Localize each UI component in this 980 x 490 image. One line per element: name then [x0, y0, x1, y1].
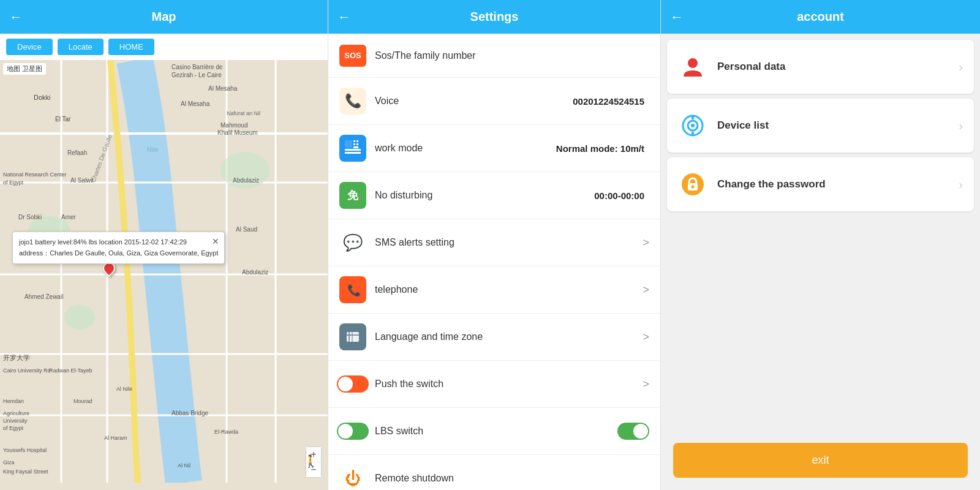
exit-button[interactable]: exit [673, 443, 968, 478]
svg-text:University: University [3, 418, 28, 424]
voice-label: Voice [375, 96, 573, 107]
svg-rect-55 [356, 140, 358, 142]
settings-item-nodisturb[interactable]: 免 No disturbing 00:00-00:00 [328, 172, 660, 219]
svg-text:Al Nile: Al Nile [116, 386, 132, 392]
account-title: account [797, 10, 844, 24]
settings-item-sos[interactable]: SOS Sos/The family number [328, 34, 660, 78]
device-list-icon [678, 111, 707, 140]
svg-text:Al Saud: Al Saud [236, 226, 257, 233]
svg-text:Giza: Giza [3, 459, 15, 466]
settings-item-telephone[interactable]: 📞 telephone > [328, 266, 660, 314]
svg-text:Youssefs Hospital: Youssefs Hospital [3, 447, 47, 453]
svg-text:Nafurat an Nil: Nafurat an Nil [227, 110, 260, 116]
svg-text:Dokki: Dokki [34, 94, 51, 101]
settings-header: ← Settings [328, 0, 660, 34]
settings-item-voice[interactable]: 📞 Voice 00201224524515 [328, 78, 660, 125]
device-list-label: Device list [717, 119, 959, 132]
workmode-label: work mode [375, 143, 556, 154]
home-button[interactable]: HOME [108, 39, 154, 55]
pushswitch-label: Push the switch [375, 379, 643, 390]
account-back-button[interactable]: ← [670, 9, 684, 25]
voice-value: 00201224524515 [573, 96, 644, 107]
svg-rect-53 [345, 140, 352, 148]
map-toolbar: Device Locate HOME [0, 34, 328, 60]
lbs-toggle-left[interactable] [339, 418, 366, 445]
change-password-label: Change the password [717, 178, 959, 190]
settings-item-pushswitch[interactable]: Push the switch > [328, 361, 660, 408]
nodisturb-icon: 免 [339, 182, 366, 209]
device-button[interactable]: Device [6, 39, 53, 55]
telephone-label: telephone [375, 284, 643, 295]
nodisturb-value: 00:00-00:00 [594, 190, 644, 201]
settings-item-language[interactable]: Language and time zone > [328, 314, 660, 361]
account-item-personal[interactable]: Personal data › [667, 40, 974, 94]
telephone-icon: 📞 [339, 276, 366, 303]
locate-button[interactable]: Locate [58, 39, 104, 55]
sms-icon: 💬 [339, 229, 366, 256]
svg-text:Nile: Nile [147, 146, 159, 153]
workmode-icon [339, 135, 366, 162]
settings-item-shutdown[interactable]: ⏻ Remote shutdown [328, 455, 660, 490]
settings-item-sms[interactable]: 💬 SMS alerts setting > [328, 219, 660, 266]
svg-rect-60 [345, 152, 361, 154]
account-item-changepass[interactable]: Change the password › [667, 157, 974, 211]
svg-point-71 [691, 124, 695, 127]
svg-text:Khalil Museum: Khalil Museum [217, 129, 258, 136]
svg-point-68 [688, 58, 698, 68]
svg-text:开罗大学: 开罗大学 [3, 354, 30, 361]
map-lang-switch[interactable]: 地图 卫星图 [3, 63, 46, 75]
personal-data-icon [678, 52, 707, 81]
map-header: ← Map [0, 0, 328, 34]
language-label: Language and time zone [375, 331, 643, 342]
svg-text:📞: 📞 [347, 284, 361, 297]
map-info-popup: ✕ jojo1 battery level:84% lbs location 2… [12, 232, 225, 264]
svg-text:King Faysal Street: King Faysal Street [3, 469, 48, 475]
telephone-arrow: > [643, 284, 649, 296]
settings-item-workmode[interactable]: work mode Normal mode: 10m/t [328, 125, 660, 172]
lbs-label: LBS switch [375, 426, 617, 437]
account-panel: ← account Personal data › [660, 0, 980, 490]
svg-text:El Tar: El Tar [55, 116, 71, 123]
settings-back-button[interactable]: ← [337, 9, 351, 25]
svg-text:Refaah: Refaah [67, 149, 87, 156]
map-svg: Casino Barrière de Gezirah - Le Caire Do… [0, 60, 328, 483]
svg-text:Cairo University Rd: Cairo University Rd [3, 368, 51, 374]
shutdown-icon: ⏻ [339, 465, 366, 490]
svg-text:of Egypt: of Egypt [3, 179, 24, 186]
svg-text:Hemdan: Hemdan [3, 398, 24, 404]
svg-text:Radwan El-Tayeb: Radwan El-Tayeb [49, 368, 92, 374]
sms-label: SMS alerts setting [375, 237, 643, 248]
svg-point-11 [64, 305, 95, 330]
pushswitch-arrow: > [643, 378, 649, 391]
account-item-devicelist[interactable]: Device list › [667, 99, 974, 153]
voice-icon: 📞 [339, 88, 366, 115]
map-back-button[interactable]: ← [9, 9, 23, 25]
settings-panel: ← Settings SOS Sos/The family number 📞 V… [328, 0, 660, 490]
popup-close-button[interactable]: ✕ [212, 235, 219, 248]
svg-text:Mahmoud: Mahmoud [221, 122, 247, 129]
shutdown-label: Remote shutdown [375, 473, 649, 484]
map-container: Casino Barrière de Gezirah - Le Caire Do… [0, 60, 328, 490]
svg-point-76 [692, 186, 695, 189]
personal-data-arrow: › [959, 60, 963, 74]
svg-text:Amer: Amer [61, 214, 77, 221]
map-panel: ← Map Device Locate HOME [0, 0, 328, 490]
svg-text:Al Nil: Al Nil [178, 462, 190, 469]
svg-text:Al Haram: Al Haram [104, 435, 127, 441]
lbs-toggle-right[interactable] [617, 423, 649, 440]
pushswitch-toggle[interactable] [339, 371, 366, 398]
svg-text:Abdulaziz: Abdulaziz [242, 269, 268, 276]
svg-text:of Egypt: of Egypt [3, 425, 24, 431]
svg-rect-72 [692, 116, 694, 119]
nodisturb-label: No disturbing [375, 190, 594, 201]
popup-line1: jojo1 battery level:84% lbs location 201… [19, 237, 218, 248]
street-view-icon[interactable]: 🚶 [303, 454, 318, 469]
device-list-arrow: › [959, 119, 963, 133]
language-icon [339, 323, 366, 350]
popup-line2: address：Charles De Gaulle, Oula, Giza, G… [19, 248, 218, 259]
sos-icon: SOS [339, 45, 366, 67]
language-arrow: > [643, 331, 649, 344]
account-header: ← account [661, 0, 980, 34]
svg-text:Abbas Bridge: Abbas Bridge [172, 410, 208, 417]
settings-item-lbs[interactable]: LBS switch [328, 408, 660, 455]
